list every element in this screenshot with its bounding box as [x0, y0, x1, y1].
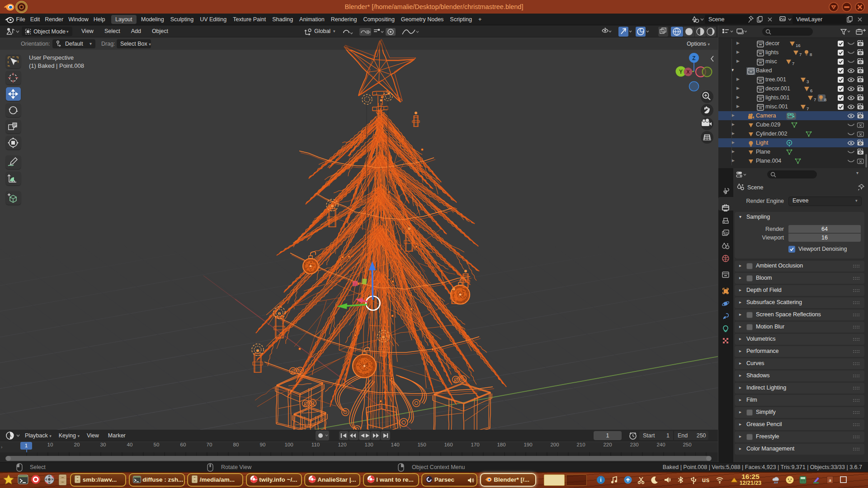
svg-text:7: 7: [807, 106, 809, 111]
svg-text:3: 3: [807, 79, 809, 84]
svg-text:6: 6: [810, 88, 812, 93]
svg-text:7: 7: [814, 97, 816, 102]
svg-text:X: X: [686, 69, 690, 75]
svg-text:8: 8: [824, 97, 826, 102]
svg-text:a: a: [829, 477, 831, 483]
svg-text:Y: Y: [679, 69, 683, 75]
svg-text:Z: Z: [692, 55, 695, 61]
svg-text:7: 7: [792, 61, 794, 66]
svg-text:8: 8: [810, 52, 812, 57]
svg-text:16: 16: [796, 43, 801, 48]
svg-text:us: us: [702, 476, 710, 483]
svg-text:7: 7: [799, 52, 802, 57]
